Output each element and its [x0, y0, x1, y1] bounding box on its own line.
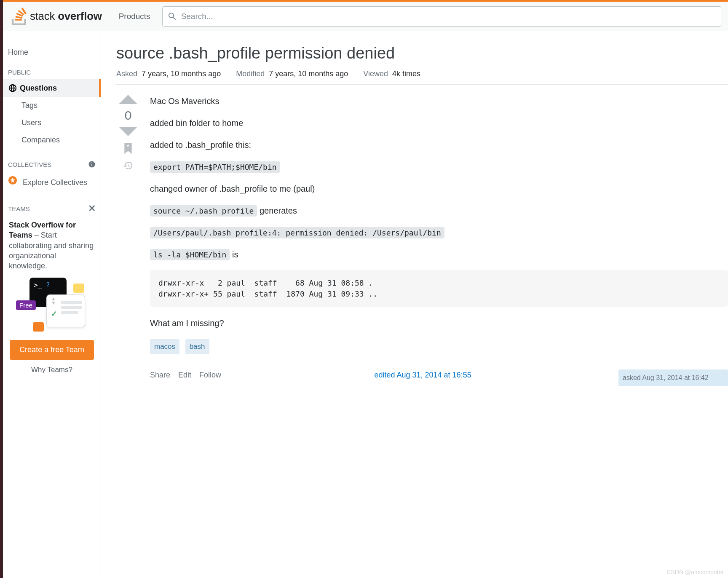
tag-bash[interactable]: bash: [185, 339, 209, 355]
products-link[interactable]: Products: [113, 8, 156, 24]
search-input[interactable]: [162, 6, 721, 27]
downvote-button[interactable]: [119, 127, 137, 136]
nav-users[interactable]: Users: [3, 114, 101, 131]
info-icon[interactable]: [88, 161, 96, 168]
teams-illustration: >_ ? ▲▼ ✓ Free: [12, 278, 92, 332]
why-teams-link[interactable]: Why Teams?: [9, 366, 95, 374]
site-logo[interactable]: stack overflow: [6, 2, 107, 31]
question-title: source .bash_profile permission denied: [116, 43, 728, 64]
nav-companies[interactable]: Companies: [3, 131, 101, 149]
main-content: source .bash_profile permission denied A…: [101, 31, 728, 578]
asked-label: Asked: [116, 70, 137, 78]
nav-questions-label: Questions: [20, 84, 57, 93]
logo-text: stack overflow: [30, 10, 102, 23]
viewed-label: Viewed: [363, 70, 388, 78]
nav-teams-label: TEAMS: [8, 205, 30, 212]
body-code4: ls -la $HOME/bin: [150, 249, 230, 260]
share-link[interactable]: Share: [150, 371, 170, 379]
edited-link[interactable]: edited Aug 31, 2014 at 16:55: [374, 369, 471, 381]
body-code2: source ~/.bash_profile: [150, 205, 257, 217]
svg-rect-2: [91, 163, 92, 163]
follow-link[interactable]: Follow: [199, 371, 221, 379]
nav-explore-collectives[interactable]: Explore Collectives: [3, 172, 101, 190]
body-code3: /Users/paul/.bash_profile:4: permission …: [150, 227, 444, 238]
body-pre1: drwxr-xr-x 2 paul staff 68 Aug 31 08:58 …: [150, 270, 728, 306]
post-footer: Share Edit Follow edited Aug 31, 2014 at…: [150, 369, 728, 386]
nav-collectives-label: COLLECTIVES: [8, 161, 51, 168]
ubuntu-launcher-edge: [0, 0, 3, 578]
explore-collectives-label: Explore Collectives: [23, 178, 87, 187]
modified-value: 7 years, 10 months ago: [269, 70, 348, 78]
question-tags: macos bash: [150, 339, 728, 355]
post-layout: 0 Mac Os Mavericks added bin folder to h…: [116, 95, 728, 386]
create-team-button[interactable]: Create a free Team: [10, 340, 94, 360]
body-p5-after: generates: [257, 206, 297, 215]
body-p2: added bin folder to home: [150, 117, 728, 129]
nav-questions[interactable]: Questions: [3, 79, 101, 97]
question-meta: Asked 7 years, 10 months ago Modified 7 …: [116, 70, 728, 85]
asker-card[interactable]: asked Aug 31, 2014 at 16:42: [618, 369, 728, 386]
stackoverflow-icon: [11, 8, 27, 25]
teams-promo: Stack Overflow for Teams – Start collabo…: [3, 220, 101, 374]
edit-link[interactable]: Edit: [178, 371, 191, 379]
nav-home[interactable]: Home: [3, 45, 101, 59]
nav-tags[interactable]: Tags: [3, 97, 101, 114]
upvote-button[interactable]: [119, 95, 137, 104]
left-sidebar: Home PUBLIC Questions Tags Users Compani…: [3, 31, 101, 578]
body-code1: export PATH=$PATH;$HOME/bin: [150, 161, 280, 173]
nav-public-label: PUBLIC: [3, 69, 101, 76]
free-badge: Free: [16, 300, 36, 310]
tag-macos[interactable]: macos: [150, 339, 179, 355]
vote-column: 0: [116, 95, 140, 386]
post-body: Mac Os Mavericks added bin folder to hom…: [150, 95, 728, 386]
viewed-value: 4k times: [392, 70, 420, 78]
search-icon: [167, 11, 177, 21]
svg-rect-1: [91, 164, 92, 166]
globe-icon: [8, 83, 17, 93]
body-p6-after: is: [230, 250, 238, 259]
body-p4: changed owner of .bash_profile to me (pa…: [150, 182, 728, 195]
body-p7: What am I missing?: [150, 317, 728, 329]
post-actions: Share Edit Follow: [150, 369, 227, 381]
history-icon[interactable]: [123, 161, 133, 171]
body-p3: added to .bash_profile this:: [150, 139, 728, 151]
bookmark-icon[interactable]: [124, 143, 132, 154]
topbar: stack overflow Products: [3, 2, 728, 31]
close-icon[interactable]: ✕: [88, 203, 96, 214]
teams-promo-text: Stack Overflow for Teams – Start collabo…: [9, 220, 95, 271]
asked-value: 7 years, 10 months ago: [142, 70, 221, 78]
vote-count: 0: [125, 108, 132, 123]
modified-label: Modified: [236, 70, 265, 78]
search-container: [162, 6, 721, 27]
star-burst-icon: [8, 176, 17, 185]
body-p1: Mac Os Mavericks: [150, 95, 728, 107]
